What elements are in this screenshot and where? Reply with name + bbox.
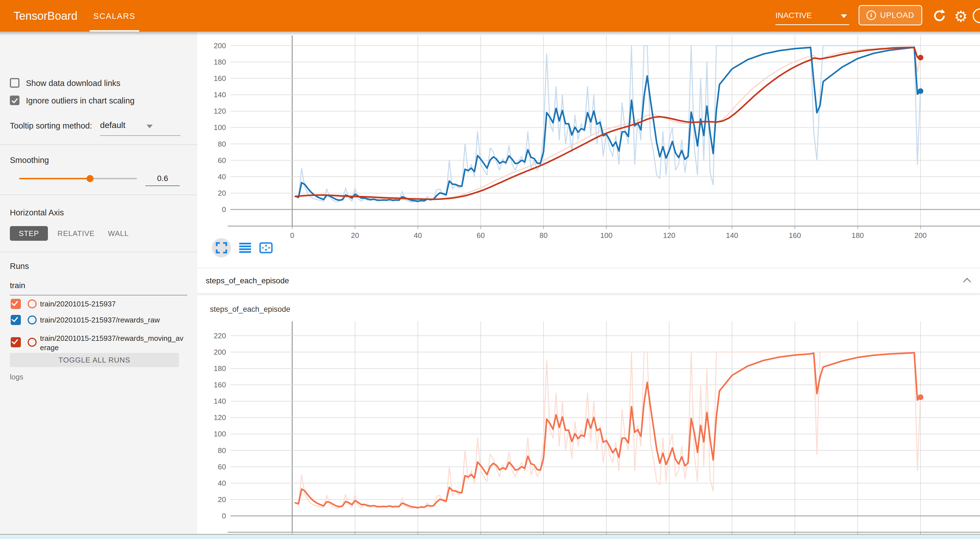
toggle-all-runs-button[interactable]: TOGGLE ALL RUNS	[10, 353, 179, 367]
divider	[0, 144, 197, 145]
tag-group-title: steps_of_each_episode	[206, 276, 289, 285]
run-checkbox[interactable]	[11, 337, 21, 347]
steps-chart[interactable]: 020406080100120140160180200220	[197, 319, 980, 534]
run-radio[interactable]	[28, 300, 37, 308]
svg-text:120: 120	[214, 107, 226, 115]
logdir-label: logs	[10, 373, 23, 381]
run-radio[interactable]	[28, 316, 37, 324]
svg-text:40: 40	[218, 479, 226, 487]
tooltip-sorting-dropdown[interactable]: default	[100, 120, 126, 130]
svg-text:120: 120	[663, 231, 675, 239]
svg-text:160: 160	[214, 381, 226, 389]
svg-text:140: 140	[726, 231, 738, 239]
chevron-down-icon[interactable]	[146, 124, 153, 128]
chevron-down-icon	[841, 14, 847, 18]
svg-text:40: 40	[218, 172, 226, 181]
svg-text:80: 80	[539, 231, 548, 239]
haxis-step-button[interactable]: STEP	[10, 226, 48, 241]
run-row: train/20201015-215937	[0, 299, 197, 311]
app-title: TensorBoard	[14, 0, 78, 32]
svg-text:160: 160	[789, 231, 801, 239]
tag-group-header[interactable]: steps_of_each_episode	[197, 268, 980, 294]
help-icon[interactable]	[973, 8, 980, 23]
expand-chart-icon[interactable]	[212, 238, 231, 257]
settings-gear-icon[interactable]: ⚙	[952, 8, 969, 25]
ignore-outliers-label: Ignore outliers in chart scaling	[26, 96, 134, 105]
svg-text:20: 20	[218, 495, 226, 504]
bottom-scroll-strip[interactable]	[0, 534, 980, 539]
svg-text:160: 160	[214, 74, 226, 83]
svg-text:140: 140	[214, 397, 226, 405]
svg-text:0: 0	[222, 205, 226, 214]
horizontal-axis-label: Horizontal Axis	[10, 208, 64, 217]
svg-text:180: 180	[214, 364, 226, 373]
refresh-icon[interactable]	[931, 7, 948, 24]
rewards-chart[interactable]: 0204060801001201401601802000204060801001…	[197, 32, 980, 268]
svg-text:60: 60	[218, 156, 226, 165]
settings-sidebar: Show data download links Ignore outliers…	[0, 32, 197, 539]
smoothing-label: Smoothing	[10, 156, 49, 165]
svg-text:200: 200	[214, 41, 226, 50]
svg-text:100: 100	[214, 430, 226, 438]
tensorboard-app: { "header": { "brand": "TensorBoard", "t…	[0, 0, 980, 539]
chart-toolbar	[212, 238, 273, 258]
smoothing-value-field[interactable]: 0.6	[145, 174, 180, 183]
smoothing-slider[interactable]	[19, 178, 137, 179]
svg-text:80: 80	[218, 140, 226, 148]
runs-filter-underline	[10, 295, 188, 295]
svg-text:0: 0	[222, 512, 226, 520]
upload-button[interactable]: i UPLOAD	[859, 5, 922, 26]
fit-domain-icon[interactable]	[259, 241, 273, 255]
tab-scalars[interactable]: SCALARS	[90, 0, 139, 32]
run-row: train/20201015-215937/rewards_moving_ave…	[0, 333, 197, 355]
run-label: train/20201015-215937/rewards_raw	[40, 316, 184, 325]
svg-text:60: 60	[477, 231, 485, 239]
status-dropdown-value: INACTIVE	[775, 11, 812, 20]
runs-filter-input[interactable]: train	[10, 281, 25, 290]
svg-text:20: 20	[351, 231, 359, 239]
run-label: train/20201015-215937/rewards_moving_ave…	[40, 334, 184, 352]
info-icon: i	[867, 10, 876, 20]
show-download-links-label: Show data download links	[26, 79, 120, 88]
run-checkbox[interactable]	[11, 315, 21, 325]
smoothing-value-underline	[145, 185, 180, 186]
tab-active-underline	[90, 30, 139, 32]
run-radio[interactable]	[28, 338, 37, 347]
log-scale-icon[interactable]	[239, 241, 252, 255]
svg-text:180: 180	[851, 231, 864, 239]
svg-text:120: 120	[214, 413, 226, 422]
run-label: train/20201015-215937	[40, 300, 184, 309]
smoothing-slider-thumb[interactable]	[86, 175, 94, 182]
divider	[0, 252, 197, 252]
ignore-outliers-checkbox[interactable]	[10, 96, 19, 105]
status-dropdown-underline	[775, 24, 849, 25]
upload-button-label: UPLOAD	[880, 11, 914, 20]
svg-text:40: 40	[414, 231, 422, 239]
svg-text:100: 100	[214, 123, 226, 132]
svg-text:80: 80	[218, 446, 226, 455]
chart-card-title: steps_of_each_episode	[210, 305, 290, 314]
svg-text:180: 180	[214, 58, 226, 66]
tooltip-sorting-label: Tooltip sorting method:	[10, 121, 92, 131]
haxis-relative-button[interactable]: RELATIVE	[54, 226, 99, 241]
runs-section-label: Runs	[10, 262, 29, 271]
show-download-links-checkbox[interactable]	[10, 78, 19, 88]
svg-text:60: 60	[218, 462, 226, 471]
status-dropdown[interactable]: INACTIVE	[775, 8, 849, 22]
svg-text:20: 20	[218, 189, 226, 197]
svg-text:0: 0	[290, 231, 294, 239]
run-row: train/20201015-215937/rewards_raw	[0, 315, 197, 327]
run-checkbox[interactable]	[11, 299, 21, 309]
svg-text:200: 200	[214, 348, 226, 356]
svg-text:100: 100	[600, 231, 612, 239]
tooltip-dropdown-underline	[100, 135, 180, 136]
haxis-wall-button[interactable]: WALL	[103, 226, 134, 241]
svg-text:220: 220	[214, 332, 226, 340]
svg-text:140: 140	[214, 91, 226, 99]
svg-text:200: 200	[914, 231, 926, 239]
smoothing-slider-fill	[19, 178, 90, 179]
divider	[0, 195, 197, 195]
app-header: TensorBoard SCALARS INACTIVE i UPLOAD ⚙	[0, 0, 980, 32]
collapse-chevron-icon[interactable]	[963, 278, 971, 286]
